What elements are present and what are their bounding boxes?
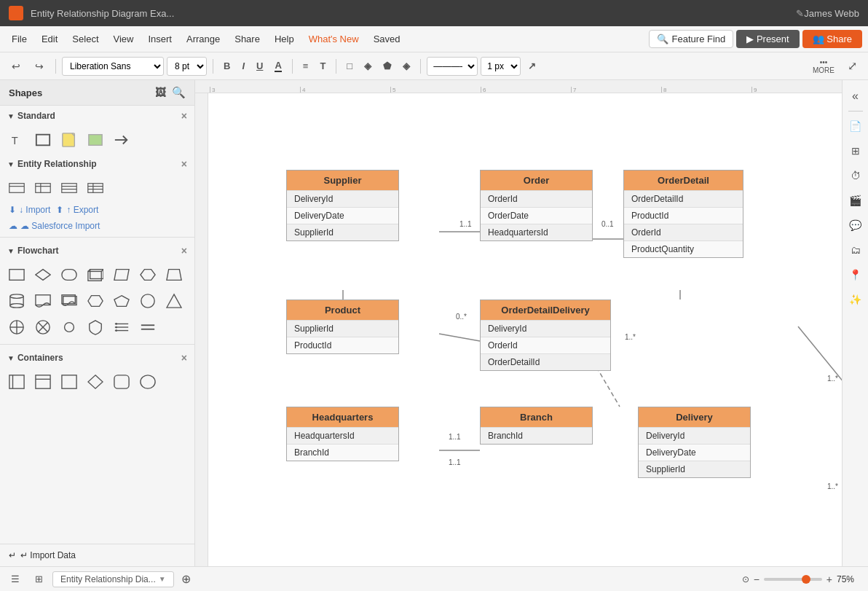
fc-small-circle[interactable] bbox=[58, 316, 80, 338]
line-width-select[interactable]: 1 px bbox=[481, 57, 521, 76]
list-view-button[interactable]: ☰ bbox=[6, 570, 25, 589]
fc-rect[interactable] bbox=[6, 264, 28, 286]
fit-icon[interactable]: ⊙ bbox=[742, 574, 749, 584]
fc-cylinder[interactable] bbox=[6, 290, 28, 312]
feature-find-button[interactable]: 🔍 Feature Find bbox=[649, 30, 734, 48]
zoom-slider[interactable] bbox=[764, 578, 822, 581]
more-button[interactable]: ••• MORE bbox=[808, 57, 839, 76]
entity-order[interactable]: Order OrderId OrderDate HeadquartersId bbox=[480, 170, 593, 241]
shape-colored-rect[interactable] bbox=[84, 129, 106, 151]
fc-rounded[interactable] bbox=[58, 264, 80, 286]
er-close[interactable]: × bbox=[181, 158, 187, 170]
er-shape-2[interactable] bbox=[32, 177, 54, 199]
menu-view[interactable]: View bbox=[108, 31, 140, 47]
fc-shield[interactable] bbox=[84, 316, 106, 338]
fc-process[interactable] bbox=[84, 290, 106, 312]
menu-arrange[interactable]: Arrange bbox=[181, 31, 226, 47]
font-color-button[interactable]: A bbox=[270, 57, 285, 76]
fc-hexagon[interactable] bbox=[137, 264, 159, 286]
canvas-content[interactable]: 1..1 0..1 0..* 1..* 1..* 1..* 0..1 1..1 … bbox=[208, 93, 842, 566]
er-shape-1[interactable] bbox=[6, 177, 28, 199]
rp-pin-icon[interactable]: 📍 bbox=[845, 265, 866, 285]
c-rect-container[interactable] bbox=[58, 371, 80, 393]
rp-collapse[interactable]: « bbox=[845, 86, 866, 106]
rp-clock-icon[interactable]: ⏱ bbox=[845, 165, 866, 186]
fc-parallel[interactable] bbox=[111, 264, 133, 286]
rp-grid-icon[interactable]: ⊞ bbox=[845, 141, 866, 161]
text-style-button[interactable]: T bbox=[315, 57, 330, 76]
flowchart-close[interactable]: × bbox=[181, 245, 187, 257]
import-data-button[interactable]: ↵ ↵ Import Data bbox=[0, 544, 194, 566]
c-ellipse-container[interactable] bbox=[137, 371, 159, 393]
menu-file[interactable]: File bbox=[6, 31, 33, 47]
present-button[interactable]: ▶ Present bbox=[736, 30, 799, 48]
font-size-select[interactable]: 8 pt bbox=[167, 57, 207, 76]
salesforce-button[interactable]: ☁ ☁ Salesforce Import bbox=[9, 221, 100, 231]
entity-supplier[interactable]: Supplier DeliveryId DeliveryDate Supplie… bbox=[286, 170, 399, 241]
font-family-select[interactable]: Liberation Sans bbox=[62, 57, 164, 76]
er-shape-4[interactable] bbox=[84, 177, 106, 199]
rp-layers-icon[interactable]: 🗂 bbox=[845, 240, 866, 260]
underline-button[interactable]: U bbox=[252, 57, 267, 76]
c-diamond-container[interactable] bbox=[84, 371, 106, 393]
fc-x-circle[interactable] bbox=[32, 316, 54, 338]
fc-triangle[interactable] bbox=[163, 290, 185, 312]
export-button[interactable]: ⬆ ↑ Export bbox=[56, 205, 98, 215]
style-button[interactable]: ◈ bbox=[398, 57, 414, 76]
fc-circle[interactable] bbox=[137, 290, 159, 312]
zoom-minus-button[interactable]: − bbox=[754, 574, 760, 585]
fc-cross[interactable] bbox=[6, 316, 28, 338]
align-button[interactable]: ≡ bbox=[299, 57, 313, 76]
entity-orderdetaildelivery[interactable]: OrderDetailDelivery DeliveryId OrderId O… bbox=[480, 300, 611, 371]
c-swimlane-h[interactable] bbox=[32, 371, 54, 393]
diagram-tab[interactable]: Entity Relationship Dia... ▼ bbox=[52, 571, 174, 587]
redo-button[interactable]: ↪ bbox=[29, 56, 50, 77]
rp-magic-icon[interactable]: ✨ bbox=[845, 289, 866, 310]
rp-video-icon[interactable]: 🎬 bbox=[845, 190, 866, 211]
fc-diamond[interactable] bbox=[32, 264, 54, 286]
edit-title-icon[interactable]: ✎ bbox=[796, 8, 804, 19]
fc-list[interactable] bbox=[111, 316, 133, 338]
c-swimlane-v[interactable] bbox=[6, 371, 28, 393]
entity-delivery[interactable]: Delivery DeliveryId DeliveryDate Supplie… bbox=[638, 407, 751, 478]
menu-help[interactable]: Help bbox=[269, 31, 300, 47]
entity-product[interactable]: Product SupplierId ProductId bbox=[286, 300, 399, 354]
fill-color-button[interactable]: ◈ bbox=[360, 57, 376, 76]
section-flowchart[interactable]: ▼ Flowchart × bbox=[0, 240, 194, 261]
c-rounded-container[interactable] bbox=[111, 371, 133, 393]
entity-branch[interactable]: Branch BranchId bbox=[480, 407, 593, 445]
grid-view-button[interactable]: ⊞ bbox=[29, 570, 48, 589]
erd-diagram[interactable]: 1..1 0..1 0..* 1..* 1..* 1..* 0..1 1..1 … bbox=[208, 93, 842, 566]
shape-note[interactable] bbox=[58, 129, 80, 151]
containers-close[interactable]: × bbox=[181, 352, 187, 364]
bold-button[interactable]: B bbox=[219, 57, 234, 76]
fill-button[interactable]: □ bbox=[342, 57, 357, 76]
canvas-area[interactable]: 3 4 5 6 7 8 9 bbox=[195, 80, 842, 566]
shape-text[interactable]: T bbox=[6, 129, 28, 151]
add-diagram-button[interactable]: ⊕ bbox=[181, 572, 191, 586]
zoom-plus-button[interactable]: + bbox=[826, 574, 832, 585]
search-icon[interactable]: 🔍 bbox=[172, 86, 186, 99]
rp-page-icon[interactable]: 📄 bbox=[845, 116, 866, 136]
fc-doc[interactable] bbox=[32, 290, 54, 312]
line-style-select[interactable]: ———— bbox=[427, 57, 478, 76]
import-button[interactable]: ⬇ ↓ Import bbox=[9, 205, 50, 215]
menu-select[interactable]: Select bbox=[66, 31, 104, 47]
line-color-button[interactable]: ⬟ bbox=[379, 57, 395, 76]
fc-pentagon[interactable] bbox=[111, 290, 133, 312]
shape-arrow[interactable] bbox=[111, 129, 133, 151]
connection-style-button[interactable]: ↗ bbox=[524, 57, 540, 76]
menu-insert[interactable]: Insert bbox=[142, 31, 178, 47]
menu-share[interactable]: Share bbox=[229, 31, 266, 47]
fc-trapezoid[interactable] bbox=[163, 264, 185, 286]
menu-whats-new[interactable]: What's New bbox=[303, 31, 365, 47]
section-er[interactable]: ▼ Entity Relationship × bbox=[0, 154, 194, 174]
fc-3d-rect[interactable] bbox=[84, 264, 106, 286]
expand-button[interactable]: ⤢ bbox=[842, 56, 862, 77]
shape-rect[interactable] bbox=[32, 129, 54, 151]
share-button[interactable]: 👥 Share bbox=[802, 30, 862, 48]
image-icon[interactable]: 🖼 bbox=[155, 86, 166, 99]
section-standard[interactable]: ▼ Standard × bbox=[0, 106, 194, 126]
er-shape-3[interactable] bbox=[58, 177, 80, 199]
undo-button[interactable]: ↩ bbox=[6, 56, 26, 77]
